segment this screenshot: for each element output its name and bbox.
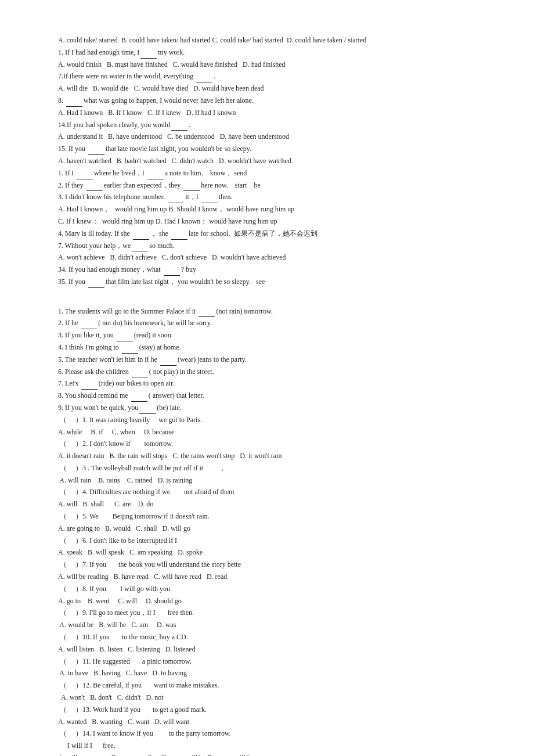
line-12: 1. If I where he lived，I a note to him. … <box>58 168 488 179</box>
mc-q13-opts: A. wanted B. wanting C. want D. will wan… <box>58 717 488 728</box>
line-18: 7. Without your help，weso much. <box>58 240 488 252</box>
mc-q3-opts: A. will rain B. rains C. rained D. is ra… <box>58 475 488 487</box>
line-15: A. Had I known， would ring him up B. Sho… <box>58 204 488 215</box>
mc-q2-bracket: （ ）2. I don't know if tomorrow. <box>58 438 488 450</box>
section2-line-4: 4. I think I'm going to (stay) at home. <box>58 342 488 354</box>
mc-q1-opts: A. while B. if C. when D. because <box>58 427 488 438</box>
mc-q3-bracket: （ ）3 . The volleyball match will be put … <box>58 463 488 474</box>
mc-q5-opts: A. are going to B. would C. shall D. wil… <box>58 523 488 535</box>
line-13: 2. If they earlier than expected，they he… <box>58 180 488 192</box>
mc-q6-opts: A. speak B. will speak C. am speaking D.… <box>58 547 488 559</box>
mc-q4-bracket: （ ）4. Difficulties are nothing if we not… <box>58 487 488 498</box>
mc-q14-sub: I will if I free. <box>58 740 488 752</box>
line-2: 1. If I had had enough time, Imy work. <box>58 47 488 59</box>
mc-q9-opts: A. would be B. will be C. am D. was <box>58 620 488 631</box>
mc-q10-opts: A. will listen B. listen C. listening D.… <box>58 644 488 656</box>
section2-line-7: 7. Let's (ride) our bikes to open air. <box>58 378 488 390</box>
line-17: 4. Mary is ill today. If she ， she late … <box>58 228 488 240</box>
section2-line-1: 1. The students will go to the Summer Pa… <box>58 306 488 318</box>
mc-q14-bracket: （ ）14. I want to know if you to the part… <box>58 728 488 740</box>
mc-q4-opts: A. will B. shall C. are D. do <box>58 499 488 510</box>
line-3: A. would finish B. must have finished C.… <box>58 59 488 71</box>
section2-line-8: 8. You should remind me ( answer) that l… <box>58 390 488 402</box>
mc-q10-bracket: （ ）10. If you to the music, buy a CD. <box>58 632 488 643</box>
mc-q12-opts: A. won't B. don't C. didn't D. not <box>58 692 488 704</box>
line-9: A. understand it B. have understood C. b… <box>58 131 488 143</box>
mc-q7-opts: A. will be reading B. have read C. will … <box>58 571 488 583</box>
mc-q7-bracket: （ ）7. If you the book you will understan… <box>58 559 488 571</box>
mc-q11-opts: A. to have B. having C. have D. to havin… <box>58 668 488 679</box>
line-19: A. won't achieve B. didn't achieve C. do… <box>58 252 488 264</box>
line-7: A. Had I known B. If I know C. If I knew… <box>58 107 488 119</box>
line-4: 7.If there were no water in the world, e… <box>58 71 488 82</box>
blank-separator <box>58 294 488 305</box>
section2-line-9: 9. If you won't be quick, you(be) late. <box>58 402 488 414</box>
mc-q12-bracket: （ ）12. Be careful, if you want to make m… <box>58 680 488 692</box>
line-21: 35. If you that film late last night， yo… <box>58 276 488 288</box>
line-11: A. haven't watched B. hadn't watched C. … <box>58 156 488 167</box>
line-16: C. If I knew： would ring him up D. Had I… <box>58 216 488 228</box>
section2-line-2: 2. If he ( not do) his homework, he will… <box>58 318 488 329</box>
mc-q5-bracket: （ ）5. We Beijing tomorrow if it doesn't … <box>58 511 488 523</box>
mc-q11-bracket: （ ）11. He suggested a pinic tomorrow. <box>58 656 488 668</box>
section2-line-6: 6. Please ask the children ( not play) i… <box>58 366 488 378</box>
line-20: 34. If you had enough money，what ? buy <box>58 264 488 276</box>
line-10: 15. If you that late movie last night, y… <box>58 143 488 155</box>
mc-q14-opts: A. will come; am B. come; amC. will come… <box>58 753 488 756</box>
line-6: 8. what was going to happen, I would nev… <box>58 95 488 107</box>
line-1: A. could take/ started B. could have tak… <box>58 35 488 46</box>
line-8: 14.If you had spoken clearly, you would. <box>58 120 488 131</box>
mc-q13-bracket: （ ）13. Work hard if you to get a good ma… <box>58 704 488 716</box>
page-content: A. could take/ started B. could have tak… <box>0 0 534 756</box>
section2-line-5: 5. The teacher won't let him in if he (w… <box>58 354 488 366</box>
line-14: 3. I didn't know his telephone number. i… <box>58 192 488 203</box>
mc-q1-bracket: （ ）1. It was raining heavily we got to P… <box>58 415 488 426</box>
mc-q6-bracket: （ ）6. I don't like to be interrupted if … <box>58 535 488 547</box>
line-5: A. will die B. would die C. would have d… <box>58 83 488 95</box>
mc-q9-bracket: （ ）9. I'll go to meet you，if I free then… <box>58 607 488 619</box>
mc-q8-bracket: （ ）8. If you I will go with you <box>58 584 488 595</box>
section2-line-3: 3. If you like it, you (read) it soon. <box>58 330 488 341</box>
mc-q8-opts: A. go to B. went C. will D. should go <box>58 596 488 607</box>
mc-q2-opts: A. it doesn't rain B. the rain will stop… <box>58 451 488 462</box>
